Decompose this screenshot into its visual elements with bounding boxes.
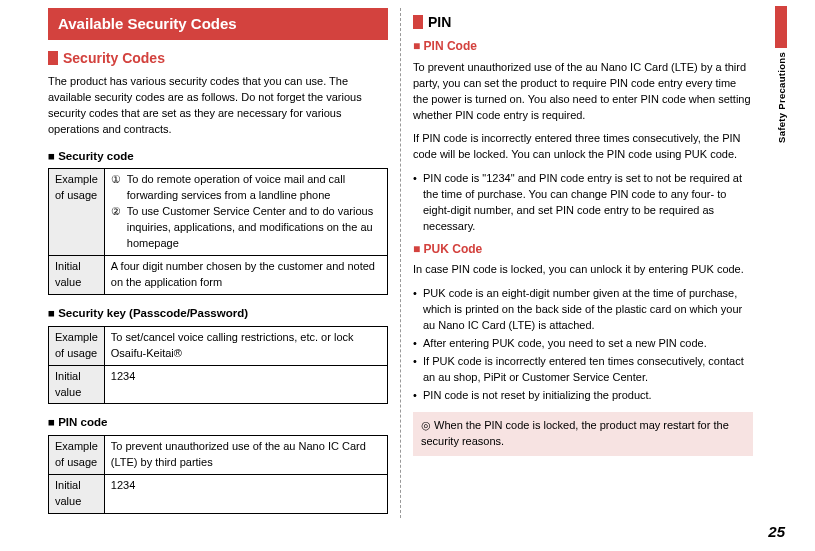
security-code-heading: Security code [48,148,388,165]
note-box: ◎ When the PIN code is locked, the produ… [413,412,753,456]
section-banner: Available Security Codes [48,8,388,40]
table-cell-value: To prevent unauthorized use of the au Na… [104,436,387,475]
side-tab: Safety Precautions [775,6,789,143]
table-cell-label: Example of usage [49,326,105,365]
table-cell-label: Initial value [49,365,105,404]
pin-heading: PIN [413,12,753,32]
table-cell-value: 1234 [104,475,387,514]
side-tab-marker [775,6,787,48]
table-cell-label: Initial value [49,256,105,295]
list-item: After entering PUK code, you need to set… [413,336,753,352]
page-content: Available Security Codes Security Codes … [0,0,815,526]
list-item: PIN code is not reset by initializing th… [413,388,753,404]
red-block-icon [413,15,423,29]
left-column: Available Security Codes Security Codes … [36,8,401,518]
security-key-heading: Security key (Passcode/Password) [48,305,388,322]
pin-code-table: Example of usage To prevent unauthorized… [48,435,388,514]
right-column: PIN PIN Code To prevent unauthorized use… [401,8,765,518]
table-cell-label: Example of usage [49,169,105,256]
puk-code-intro: In case PIN code is locked, you can unlo… [413,262,753,278]
puk-code-subheading: PUK Code [413,241,753,258]
intro-text: The product has various security codes t… [48,74,388,138]
pin-code-heading: PIN code [48,414,388,431]
list-item: If PUK code is incorrectly entered ten t… [413,354,753,386]
page-number: 25 [768,521,785,543]
table-cell-value: 1234 [104,365,387,404]
table-cell-label: Example of usage [49,436,105,475]
list-item: PIN code is "1234" and PIN code entry is… [413,171,753,235]
pin-code-subheading: PIN Code [413,38,753,55]
table-cell-value: ①To do remote operation of voice mail an… [104,169,387,256]
table-cell-value: To set/cancel voice calling restrictions… [104,326,387,365]
pin-code-bullets: PIN code is "1234" and PIN code entry is… [413,171,753,235]
pin-code-para1: To prevent unauthorized use of the au Na… [413,60,753,124]
pin-code-para2: If PIN code is incorrectly entered three… [413,131,753,163]
security-key-table: Example of usage To set/cancel voice cal… [48,326,388,405]
red-block-icon [48,51,58,65]
list-item: PUK code is an eight-digit number given … [413,286,753,334]
table-cell-value: A four digit number chosen by the custom… [104,256,387,295]
side-tab-label: Safety Precautions [775,52,789,143]
table-cell-label: Initial value [49,475,105,514]
security-codes-heading: Security Codes [48,48,388,68]
puk-code-bullets: PUK code is an eight-digit number given … [413,286,753,404]
security-code-table: Example of usage ①To do remote operation… [48,168,388,295]
